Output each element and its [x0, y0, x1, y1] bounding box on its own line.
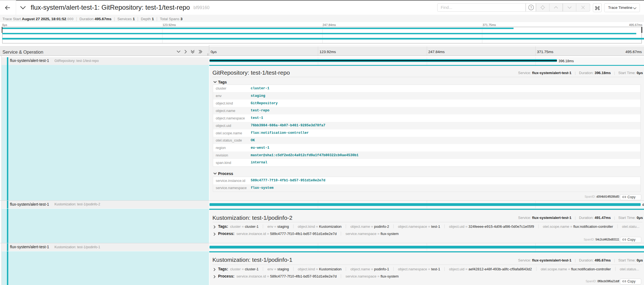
- svg-text:?: ?: [530, 6, 532, 10]
